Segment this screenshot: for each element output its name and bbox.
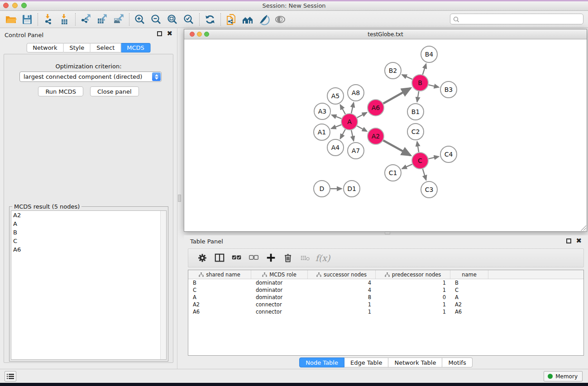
cell-successor-nodes[interactable]: 4 bbox=[308, 286, 376, 294]
graph-node-D[interactable]: D bbox=[314, 181, 330, 197]
task-history-button[interactable] bbox=[5, 371, 16, 381]
refresh-layout-icon[interactable] bbox=[202, 12, 218, 27]
cell-MCDS-role[interactable]: dominator bbox=[251, 286, 308, 294]
export-image-icon[interactable] bbox=[110, 12, 127, 27]
search-input[interactable] bbox=[450, 14, 583, 24]
edge-A-A8[interactable] bbox=[351, 103, 354, 114]
column-header-predecessor-nodes[interactable]: predecessor nodes bbox=[376, 270, 450, 279]
mcds-result-item[interactable]: A6 bbox=[11, 245, 166, 254]
cell-MCDS-role[interactable]: dominator bbox=[251, 294, 308, 301]
add-row-icon[interactable] bbox=[264, 251, 278, 265]
memory-button[interactable]: Memory bbox=[544, 371, 583, 381]
table-row[interactable]: Adominator80A bbox=[188, 294, 583, 301]
tab-style[interactable]: Style bbox=[63, 43, 91, 52]
export-network-icon[interactable] bbox=[78, 12, 94, 27]
cell-predecessor-nodes[interactable]: 1 bbox=[376, 279, 450, 286]
zoom-fit-icon[interactable] bbox=[164, 12, 181, 27]
run-mcds-button[interactable]: Run MCDS bbox=[38, 86, 83, 96]
result-list-scrollbar[interactable] bbox=[160, 211, 166, 359]
column-header-name[interactable]: name bbox=[450, 270, 488, 279]
edge-A-A4[interactable] bbox=[340, 129, 345, 139]
graph-node-C2[interactable]: C2 bbox=[407, 124, 424, 140]
table-close-panel-icon[interactable]: ✖ bbox=[576, 238, 582, 244]
delete-table-icon[interactable] bbox=[299, 251, 312, 265]
cell-name[interactable]: B bbox=[450, 279, 488, 286]
open-file-icon[interactable] bbox=[3, 12, 19, 27]
edge-C-C3[interactable] bbox=[423, 169, 426, 180]
network-window-titlebar[interactable]: testGlobe.txt bbox=[184, 29, 587, 39]
edge-A-A6[interactable] bbox=[357, 113, 367, 118]
cell-name[interactable]: A bbox=[450, 294, 488, 301]
column-header-successor-nodes[interactable]: successor nodes bbox=[308, 270, 376, 279]
duplicate-network-icon[interactable] bbox=[223, 12, 239, 27]
cell-shared-name[interactable]: C bbox=[188, 286, 251, 294]
edge-B-B4[interactable] bbox=[423, 64, 426, 75]
mcds-result-list[interactable]: A2ABCA6 bbox=[11, 210, 167, 360]
graph-node-A2[interactable]: A2 bbox=[368, 128, 384, 144]
optimization-criterion-dropdown[interactable]: largest connected component (directed) bbox=[19, 71, 162, 82]
cell-MCDS-role[interactable]: connector bbox=[251, 308, 308, 315]
cell-successor-nodes[interactable]: 8 bbox=[308, 294, 376, 301]
import-table-icon[interactable] bbox=[57, 12, 73, 27]
network-resize-grip[interactable] bbox=[581, 225, 586, 231]
columns-icon[interactable] bbox=[213, 251, 226, 265]
save-session-icon[interactable] bbox=[19, 12, 35, 27]
export-table-icon[interactable] bbox=[94, 12, 110, 27]
table-row[interactable]: A2connector11A2 bbox=[188, 301, 583, 308]
home-icon[interactable] bbox=[239, 12, 256, 27]
graph-node-C4[interactable]: C4 bbox=[440, 146, 457, 162]
style-brush-icon[interactable] bbox=[256, 12, 272, 27]
graph-node-C3[interactable]: C3 bbox=[421, 181, 437, 198]
mcds-result-item[interactable]: B bbox=[11, 228, 166, 237]
cell-name[interactable]: A2 bbox=[450, 301, 488, 308]
cell-predecessor-nodes[interactable]: 1 bbox=[376, 301, 450, 308]
close-panel-icon[interactable]: ✖ bbox=[167, 31, 172, 37]
tab-network[interactable]: Network bbox=[26, 43, 63, 52]
gear-icon[interactable] bbox=[196, 251, 209, 265]
zoom-in-icon[interactable] bbox=[132, 12, 148, 27]
edge-A-A7[interactable] bbox=[351, 130, 354, 141]
close-panel-button[interactable]: Close panel bbox=[90, 86, 139, 96]
cell-MCDS-role[interactable]: dominator bbox=[251, 279, 308, 286]
network-canvas[interactable]: AA1A2A3A4A5A6A7A8BB1B2B3B4CC1C2C3C4DD1 bbox=[184, 39, 587, 231]
tab-mcds[interactable]: MCDS bbox=[121, 43, 151, 52]
import-network-icon[interactable] bbox=[40, 12, 57, 27]
edge-A2-C[interactable] bbox=[383, 140, 411, 155]
edge-B-B2[interactable] bbox=[402, 75, 412, 79]
graph-node-B2[interactable]: B2 bbox=[385, 62, 401, 79]
cell-name[interactable]: C bbox=[450, 286, 488, 294]
graph-node-C[interactable]: C bbox=[412, 152, 428, 169]
graph-node-A5[interactable]: A5 bbox=[327, 88, 344, 104]
graph-node-B1[interactable]: B1 bbox=[407, 104, 424, 120]
delete-row-icon[interactable] bbox=[282, 251, 295, 265]
mcds-result-item[interactable]: C bbox=[11, 237, 166, 245]
graph-node-B4[interactable]: B4 bbox=[421, 46, 437, 62]
cell-successor-nodes[interactable]: 1 bbox=[308, 308, 376, 315]
edge-C-C4[interactable] bbox=[429, 157, 439, 159]
edge-A-A1[interactable] bbox=[331, 125, 341, 129]
graph-node-B[interactable]: B bbox=[412, 75, 428, 91]
cell-predecessor-nodes[interactable]: 1 bbox=[376, 308, 450, 315]
cell-successor-nodes[interactable]: 1 bbox=[308, 301, 376, 308]
edge-C-C2[interactable] bbox=[417, 142, 419, 152]
graph-node-A3[interactable]: A3 bbox=[314, 103, 330, 119]
graph-node-A1[interactable]: A1 bbox=[314, 124, 330, 140]
graph-node-A8[interactable]: A8 bbox=[348, 85, 364, 101]
graph-node-A4[interactable]: A4 bbox=[327, 139, 344, 156]
edge-B-B1[interactable] bbox=[417, 91, 419, 102]
node-table[interactable]: shared nameMCDS rolesuccessor nodesprede… bbox=[188, 270, 584, 356]
show-hide-icon[interactable] bbox=[272, 12, 288, 27]
zoom-out-icon[interactable] bbox=[148, 12, 164, 27]
table-row[interactable]: Cdominator41C bbox=[188, 286, 583, 294]
tab-node-table[interactable]: Node Table bbox=[299, 357, 344, 367]
cell-successor-nodes[interactable]: 4 bbox=[308, 279, 376, 286]
tab-network-table[interactable]: Network Table bbox=[388, 357, 442, 367]
graph-node-D1[interactable]: D1 bbox=[344, 181, 360, 197]
mcds-result-item[interactable]: A2 bbox=[11, 211, 166, 219]
edge-A6-B[interactable] bbox=[383, 88, 411, 104]
panel-divider-handle[interactable] bbox=[178, 195, 181, 202]
tab-edge-table[interactable]: Edge Table bbox=[344, 357, 388, 367]
float-panel-icon[interactable] bbox=[157, 31, 162, 36]
tab-motifs[interactable]: Motifs bbox=[442, 357, 472, 367]
table-row[interactable]: Bdominator41B bbox=[188, 279, 583, 286]
